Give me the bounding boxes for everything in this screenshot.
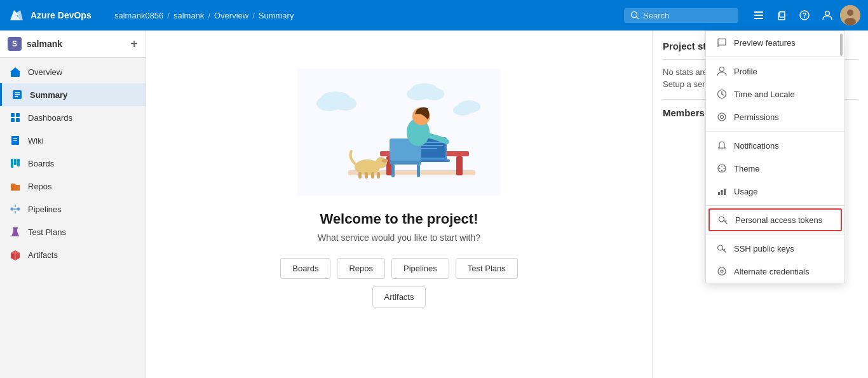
welcome-illustration: [297, 69, 501, 196]
breadcrumb-sep-3: /: [252, 11, 255, 20]
avatar-button[interactable]: [840, 5, 860, 25]
svg-rect-6: [754, 15, 763, 16]
credential-icon: [717, 266, 727, 276]
sidebar-item-repos[interactable]: Repos: [0, 175, 146, 198]
sidebar-item-boards-label: Boards: [28, 159, 54, 168]
svg-line-94: [724, 249, 725, 250]
svg-rect-61: [390, 161, 421, 165]
sidebar-item-overview[interactable]: Overview: [0, 60, 146, 83]
test-plans-icon: [9, 226, 22, 238]
sidebar-item-wiki[interactable]: Wiki: [0, 129, 146, 152]
usage-label: Usage: [734, 187, 758, 196]
dropdown-item-usage[interactable]: Usage: [706, 180, 844, 203]
pipelines-button[interactable]: Pipelines: [391, 258, 449, 279]
ssh-keys-icon: [716, 243, 728, 254]
dropdown-item-personal-access-tokens[interactable]: Personal access tokens: [709, 208, 842, 231]
search-box[interactable]: [624, 8, 738, 23]
sidebar-project: S salmank +: [0, 30, 146, 58]
breadcrumb-sep-1: /: [167, 11, 170, 20]
sidebar-item-dashboards[interactable]: Dashboards: [0, 106, 146, 129]
svg-rect-87: [721, 190, 723, 195]
book-icon: [10, 135, 21, 146]
clock-icon: [717, 89, 727, 99]
breadcrumb-org[interactable]: salmank0856: [114, 11, 163, 20]
svg-rect-16: [11, 71, 20, 77]
search-input[interactable]: [643, 11, 726, 20]
help-icon: ?: [799, 10, 810, 21]
svg-point-82: [721, 166, 722, 167]
time-locale-icon: [716, 88, 728, 100]
svg-marker-17: [10, 67, 20, 72]
svg-rect-7: [754, 18, 763, 19]
svg-rect-30: [14, 159, 17, 165]
top-nav: Azure DevOps salmank0856 / salmank / Ove…: [0, 0, 868, 30]
svg-rect-72: [377, 172, 380, 179]
svg-line-4: [637, 17, 639, 20]
svg-point-89: [719, 217, 724, 222]
sidebar-item-dashboards-label: Dashboards: [28, 113, 72, 123]
dropdown-item-notifications[interactable]: Notifications: [706, 134, 844, 157]
svg-rect-70: [365, 172, 368, 179]
svg-point-34: [17, 208, 20, 211]
svg-rect-9: [780, 11, 785, 17]
svg-rect-5: [754, 11, 763, 13]
sidebar-item-test-plans[interactable]: Test Plans: [0, 220, 146, 243]
sidebar-item-boards[interactable]: Boards: [0, 152, 146, 175]
artifacts-icon: [9, 248, 22, 261]
dropdown-item-profile[interactable]: Profile: [706, 60, 844, 83]
dropdown-item-preview-features[interactable]: Preview features: [706, 31, 844, 54]
boards-icon: [9, 157, 22, 170]
copy-button[interactable]: [771, 5, 792, 25]
preview-features-icon: [716, 37, 728, 48]
bar-chart-icon: [717, 186, 727, 196]
svg-rect-73: [718, 39, 726, 45]
svg-point-14: [847, 10, 853, 16]
sidebar-item-pipelines[interactable]: Pipelines: [0, 198, 146, 220]
scrollbar-thumb[interactable]: [840, 34, 843, 56]
center-panel: Welcome to the project! What service wou…: [146, 30, 652, 378]
svg-rect-22: [11, 113, 15, 117]
palette-icon: [717, 163, 727, 173]
pipe-icon: [10, 203, 21, 215]
search-icon: [630, 11, 639, 20]
app-logo[interactable]: Azure DevOps: [8, 6, 109, 24]
sidebar-item-overview-label: Overview: [28, 67, 62, 77]
profile-label: Profile: [734, 67, 757, 76]
dropdown-item-time-and-locale[interactable]: Time and Locale: [706, 83, 844, 105]
dropdown-item-permissions[interactable]: Permissions: [706, 105, 844, 128]
sidebar-item-artifacts[interactable]: Artifacts: [0, 243, 146, 266]
copy-icon: [776, 10, 787, 21]
svg-point-92: [718, 245, 723, 250]
artifacts-button[interactable]: Artifacts: [372, 287, 426, 307]
breadcrumb-project[interactable]: salmank: [173, 11, 204, 20]
time-locale-label: Time and Locale: [734, 90, 795, 99]
svg-point-79: [718, 113, 726, 121]
permissions-icon: [716, 111, 728, 123]
wiki-icon: [9, 134, 22, 147]
list-view-button[interactable]: [749, 5, 769, 25]
dropdown-item-theme[interactable]: Theme: [706, 157, 844, 180]
avatar-icon: [840, 5, 860, 25]
svg-rect-31: [17, 159, 20, 166]
sidebar-item-artifacts-label: Artifacts: [28, 250, 58, 260]
sidebar-item-pipelines-label: Pipelines: [28, 205, 62, 214]
dropdown-divider-3: [706, 205, 844, 206]
boards-button[interactable]: Boards: [280, 258, 330, 279]
project-name[interactable]: salmank: [27, 39, 62, 49]
test-plans-button[interactable]: Test Plans: [456, 258, 518, 279]
breadcrumb-page: Summary: [259, 11, 294, 20]
user-settings-button[interactable]: [817, 5, 837, 25]
members-title: Members: [663, 107, 705, 118]
svg-point-84: [721, 170, 722, 172]
ssh-key-icon: [717, 243, 727, 253]
dropdown-item-alternate-credentials[interactable]: Alternate credentials: [706, 260, 844, 283]
repos-button[interactable]: Repos: [337, 258, 385, 279]
add-project-button[interactable]: +: [130, 37, 138, 50]
breadcrumb-section[interactable]: Overview: [214, 11, 248, 20]
repos-icon: [9, 180, 22, 192]
service-buttons-row2: Artifacts: [372, 287, 426, 307]
help-button[interactable]: ?: [794, 5, 815, 25]
svg-point-15: [844, 18, 856, 25]
dropdown-item-ssh-public-keys[interactable]: SSH public keys: [706, 237, 844, 260]
sidebar-item-summary[interactable]: Summary: [0, 83, 146, 106]
